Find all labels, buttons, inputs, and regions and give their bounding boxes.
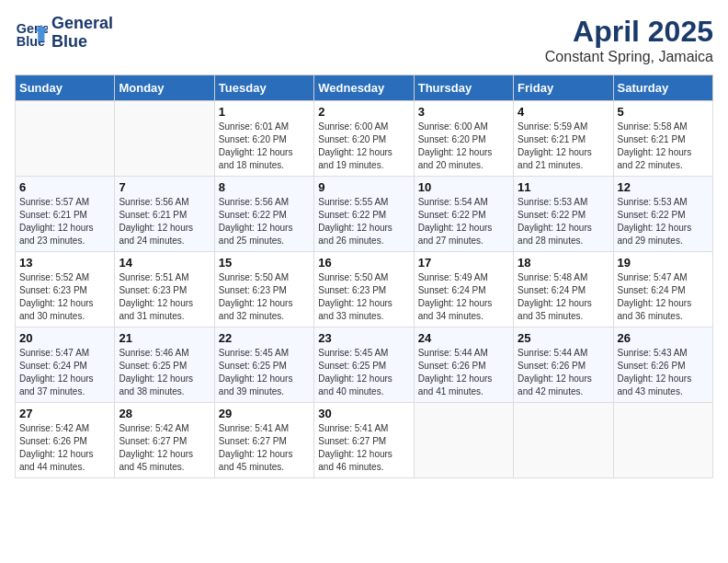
week-row-5: 27Sunrise: 5:42 AMSunset: 6:26 PMDayligh… [16,403,713,478]
calendar-cell [16,101,115,177]
week-row-1: 1Sunrise: 6:01 AMSunset: 6:20 PMDaylight… [16,101,713,177]
calendar-cell: 8Sunrise: 5:56 AMSunset: 6:22 PMDaylight… [214,177,313,252]
calendar-table: SundayMondayTuesdayWednesdayThursdayFrid… [15,75,713,478]
day-info: Sunrise: 5:47 AMSunset: 6:24 PMDaylight:… [618,271,709,323]
day-number: 25 [518,331,609,345]
day-info: Sunrise: 5:43 AMSunset: 6:26 PMDaylight:… [618,347,709,398]
day-header-wednesday: Wednesday [314,75,414,101]
day-info: Sunrise: 5:45 AMSunset: 6:25 PMDaylight:… [318,347,409,398]
day-number: 24 [418,331,509,345]
header: General Blue General Blue April 2025 Con… [15,15,713,65]
calendar-cell: 23Sunrise: 5:45 AMSunset: 6:25 PMDayligh… [314,327,414,403]
day-number: 12 [618,180,709,194]
logo-icon: General Blue [15,17,48,50]
location-title: Constant Spring, Jamaica [545,49,713,65]
day-info: Sunrise: 5:56 AMSunset: 6:21 PMDaylight:… [119,196,210,247]
week-row-2: 6Sunrise: 5:57 AMSunset: 6:21 PMDaylight… [16,177,713,252]
day-header-sunday: Sunday [16,75,115,101]
day-number: 21 [119,331,210,345]
day-number: 20 [19,331,110,345]
day-number: 28 [119,407,210,420]
calendar-cell: 19Sunrise: 5:47 AMSunset: 6:24 PMDayligh… [613,252,712,327]
calendar-cell: 7Sunrise: 5:56 AMSunset: 6:21 PMDaylight… [115,177,214,252]
day-info: Sunrise: 5:42 AMSunset: 6:27 PMDaylight:… [119,422,210,474]
day-header-monday: Monday [115,75,214,101]
logo: General Blue General Blue [15,15,113,52]
calendar-cell: 30Sunrise: 5:41 AMSunset: 6:27 PMDayligh… [314,403,414,478]
calendar-cell: 2Sunrise: 6:00 AMSunset: 6:20 PMDaylight… [314,101,414,177]
day-info: Sunrise: 5:58 AMSunset: 6:21 PMDaylight:… [618,121,709,172]
calendar-cell: 1Sunrise: 6:01 AMSunset: 6:20 PMDaylight… [214,101,313,177]
calendar-cell: 15Sunrise: 5:50 AMSunset: 6:23 PMDayligh… [214,252,313,327]
day-number: 27 [19,407,110,420]
day-info: Sunrise: 6:00 AMSunset: 6:20 PMDaylight:… [318,121,409,172]
calendar-cell: 18Sunrise: 5:48 AMSunset: 6:24 PMDayligh… [514,252,613,327]
day-number: 11 [518,180,609,194]
day-info: Sunrise: 5:53 AMSunset: 6:22 PMDaylight:… [518,196,609,247]
calendar-cell: 11Sunrise: 5:53 AMSunset: 6:22 PMDayligh… [514,177,613,252]
day-info: Sunrise: 5:45 AMSunset: 6:25 PMDaylight:… [219,347,310,398]
day-info: Sunrise: 5:59 AMSunset: 6:21 PMDaylight:… [518,121,609,172]
day-number: 30 [318,407,409,420]
day-number: 9 [318,180,409,194]
week-row-4: 20Sunrise: 5:47 AMSunset: 6:24 PMDayligh… [16,327,713,403]
day-info: Sunrise: 5:42 AMSunset: 6:26 PMDaylight:… [19,422,110,474]
calendar-cell: 21Sunrise: 5:46 AMSunset: 6:25 PMDayligh… [115,327,214,403]
calendar-cell: 4Sunrise: 5:59 AMSunset: 6:21 PMDaylight… [514,101,613,177]
day-info: Sunrise: 5:47 AMSunset: 6:24 PMDaylight:… [19,347,110,398]
day-number: 19 [618,256,709,270]
day-number: 16 [318,256,409,270]
day-number: 1 [219,105,310,119]
title-area: April 2025 Constant Spring, Jamaica [545,15,713,65]
day-info: Sunrise: 5:53 AMSunset: 6:22 PMDaylight:… [618,196,709,247]
day-info: Sunrise: 5:50 AMSunset: 6:23 PMDaylight:… [318,271,409,323]
day-info: Sunrise: 5:41 AMSunset: 6:27 PMDaylight:… [219,422,310,474]
day-info: Sunrise: 5:52 AMSunset: 6:23 PMDaylight:… [19,271,110,323]
day-number: 17 [418,256,509,270]
day-info: Sunrise: 5:54 AMSunset: 6:22 PMDaylight:… [418,196,509,247]
day-info: Sunrise: 5:44 AMSunset: 6:26 PMDaylight:… [518,347,609,398]
calendar-cell: 27Sunrise: 5:42 AMSunset: 6:26 PMDayligh… [16,403,115,478]
day-info: Sunrise: 5:44 AMSunset: 6:26 PMDaylight:… [418,347,509,398]
calendar-cell: 3Sunrise: 6:00 AMSunset: 6:20 PMDaylight… [414,101,513,177]
calendar-cell: 28Sunrise: 5:42 AMSunset: 6:27 PMDayligh… [115,403,214,478]
calendar-cell: 13Sunrise: 5:52 AMSunset: 6:23 PMDayligh… [16,252,115,327]
day-header-saturday: Saturday [613,75,712,101]
day-number: 13 [19,256,110,270]
calendar-cell: 26Sunrise: 5:43 AMSunset: 6:26 PMDayligh… [613,327,712,403]
day-header-thursday: Thursday [414,75,513,101]
day-number: 15 [219,256,310,270]
day-number: 3 [418,105,509,119]
day-header-tuesday: Tuesday [214,75,313,101]
day-info: Sunrise: 5:41 AMSunset: 6:27 PMDaylight:… [318,422,409,474]
day-info: Sunrise: 5:57 AMSunset: 6:21 PMDaylight:… [19,196,110,247]
logo-text: General Blue [51,15,113,52]
calendar-cell: 29Sunrise: 5:41 AMSunset: 6:27 PMDayligh… [214,403,313,478]
calendar-cell: 25Sunrise: 5:44 AMSunset: 6:26 PMDayligh… [514,327,613,403]
day-info: Sunrise: 6:00 AMSunset: 6:20 PMDaylight:… [418,121,509,172]
calendar-cell: 12Sunrise: 5:53 AMSunset: 6:22 PMDayligh… [613,177,712,252]
day-number: 22 [219,331,310,345]
day-number: 4 [518,105,609,119]
day-number: 18 [518,256,609,270]
day-info: Sunrise: 5:48 AMSunset: 6:24 PMDaylight:… [518,271,609,323]
month-title: April 2025 [545,15,713,49]
calendar-cell: 10Sunrise: 5:54 AMSunset: 6:22 PMDayligh… [414,177,513,252]
calendar-cell: 17Sunrise: 5:49 AMSunset: 6:24 PMDayligh… [414,252,513,327]
day-number: 29 [219,407,310,420]
calendar-cell: 5Sunrise: 5:58 AMSunset: 6:21 PMDaylight… [613,101,712,177]
calendar-cell: 22Sunrise: 5:45 AMSunset: 6:25 PMDayligh… [214,327,313,403]
logo-line1: General [51,15,113,33]
calendar-cell: 24Sunrise: 5:44 AMSunset: 6:26 PMDayligh… [414,327,513,403]
calendar-cell [414,403,513,478]
day-info: Sunrise: 5:51 AMSunset: 6:23 PMDaylight:… [119,271,210,323]
day-info: Sunrise: 5:50 AMSunset: 6:23 PMDaylight:… [219,271,310,323]
calendar-cell [613,403,712,478]
day-info: Sunrise: 5:55 AMSunset: 6:22 PMDaylight:… [318,196,409,247]
header-row: SundayMondayTuesdayWednesdayThursdayFrid… [16,75,713,101]
day-number: 26 [618,331,709,345]
day-number: 10 [418,180,509,194]
calendar-cell [514,403,613,478]
calendar-cell: 20Sunrise: 5:47 AMSunset: 6:24 PMDayligh… [16,327,115,403]
day-info: Sunrise: 5:46 AMSunset: 6:25 PMDaylight:… [119,347,210,398]
